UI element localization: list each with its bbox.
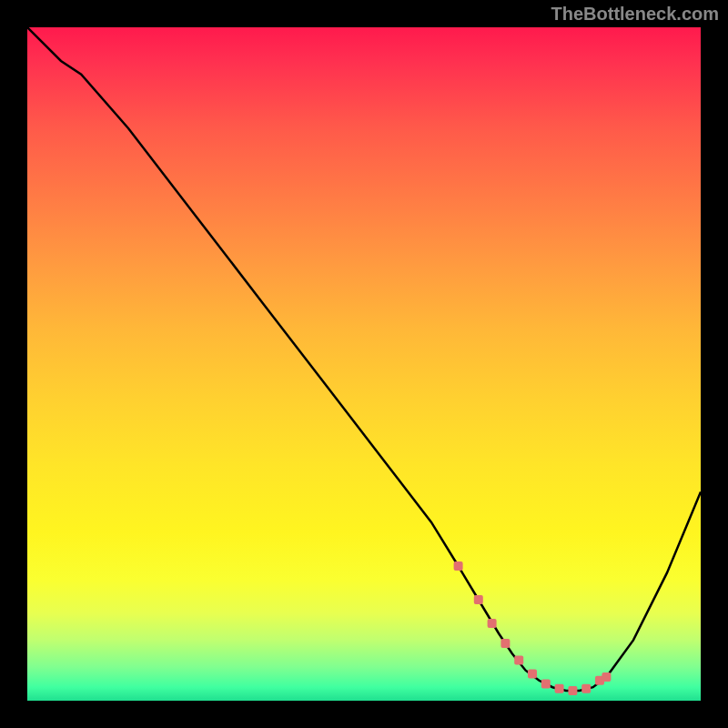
marker-point [568, 686, 577, 695]
marker-group [454, 561, 612, 695]
marker-point [500, 639, 510, 648]
plot-area [27, 27, 701, 701]
marker-point [602, 672, 611, 682]
marker-point [454, 561, 463, 571]
marker-point [514, 656, 523, 665]
marker-point [474, 595, 483, 604]
marker-point [555, 684, 564, 693]
watermark-text: TheBottleneck.com [551, 4, 719, 25]
marker-point [488, 619, 497, 628]
marker-point [541, 680, 551, 689]
marker-point [581, 684, 591, 693]
bottleneck-curve [27, 27, 701, 691]
chart-svg [27, 27, 701, 701]
marker-point [528, 669, 537, 678]
